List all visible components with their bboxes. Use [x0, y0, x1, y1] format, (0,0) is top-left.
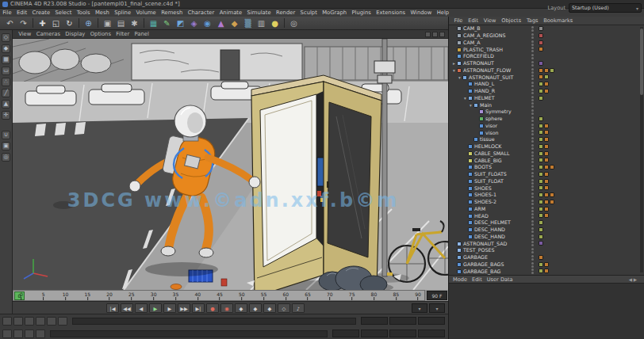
visibility-dots[interactable]: [531, 151, 534, 157]
visibility-dots[interactable]: [531, 109, 534, 115]
next-frame-button[interactable]: ▶: [163, 303, 176, 313]
menu-plugins[interactable]: Plugins: [349, 9, 374, 17]
menu-select[interactable]: Select: [52, 9, 74, 17]
object-row-cam-a[interactable]: CAM_A: [449, 40, 644, 47]
menu-file[interactable]: File: [0, 9, 14, 17]
object-row-desc-helmet[interactable]: DESC_HELMET: [449, 219, 644, 227]
object-row-cable-big[interactable]: CABLE_BIG: [449, 157, 644, 164]
menu-simulate[interactable]: Simulate: [244, 9, 273, 17]
phong-tag-icon[interactable]: [539, 213, 543, 218]
bottom-field[interactable]: [361, 317, 388, 325]
object-row-cam-a-regions[interactable]: CAM_A_REGIONS: [449, 32, 644, 40]
move-tool-icon[interactable]: ✚: [36, 17, 48, 29]
object-row-shoes-2[interactable]: SHOES-2: [449, 199, 644, 206]
visibility-dots[interactable]: [531, 158, 534, 163]
object-row-desc-hand[interactable]: DESC_HAND: [449, 234, 644, 241]
visibility-dots[interactable]: [531, 213, 534, 219]
menu-remesh[interactable]: Remesh: [159, 9, 186, 17]
object-row-garbage[interactable]: GARBAGE: [449, 254, 644, 261]
visibility-dots[interactable]: [531, 96, 534, 101]
add-light-icon[interactable]: ●: [269, 17, 281, 29]
visibility-dots[interactable]: [531, 116, 534, 122]
texture-tag-icon[interactable]: [550, 200, 554, 204]
view-toggle-icon[interactable]: [439, 32, 445, 37]
layout-dropdown[interactable]: Startup (Used) ▾: [569, 3, 642, 13]
am-tab-mode[interactable]: Mode: [453, 276, 467, 283]
object-row-helmlock[interactable]: HELMLOCK: [449, 143, 644, 150]
visibility-dots[interactable]: [531, 262, 534, 268]
object-row-head[interactable]: HEAD: [449, 212, 644, 219]
viewport-menu-options[interactable]: Options: [88, 30, 114, 38]
object-row-shoes[interactable]: SHOES: [449, 185, 644, 192]
object-row-visor[interactable]: visor: [449, 123, 644, 130]
bottom-toolbar-icon[interactable]: [36, 317, 45, 326]
visibility-dots[interactable]: [531, 40, 534, 46]
menu-spline[interactable]: Spline: [112, 9, 133, 17]
menu-character[interactable]: Character: [186, 9, 217, 17]
prev-key-button[interactable]: ◀◀: [121, 303, 133, 313]
expand-toggle-icon[interactable]: ▾: [451, 67, 457, 74]
visibility-dots[interactable]: [531, 47, 534, 52]
visibility-dots[interactable]: [531, 200, 534, 205]
bottom-field[interactable]: [389, 329, 416, 337]
phong-tag-icon[interactable]: [539, 269, 543, 273]
visibility-dots[interactable]: [531, 102, 534, 108]
object-row-cable-small[interactable]: CABLE_SMALL: [449, 150, 644, 158]
am-tab-user-data[interactable]: User Data: [487, 276, 513, 283]
bottom-toolbar-icon[interactable]: [13, 317, 23, 326]
visibility-dots[interactable]: [531, 255, 534, 261]
scrollbar-thumb[interactable]: [640, 29, 643, 95]
bottom-toolbar-icon[interactable]: [58, 317, 67, 326]
viewport-menu-panel[interactable]: Panel: [132, 30, 151, 38]
visibility-dots[interactable]: [531, 165, 534, 170]
key-scale-button[interactable]: ◆: [249, 303, 262, 313]
texture-tag-icon[interactable]: [544, 144, 549, 149]
menu-create[interactable]: Create: [29, 9, 52, 17]
phong-tag-icon[interactable]: [539, 89, 543, 93]
om-menu-objects[interactable]: Objects: [499, 17, 524, 25]
texture-tag-icon[interactable]: [544, 124, 549, 128]
model-mode-icon[interactable]: ◆: [2, 44, 10, 53]
visibility-dots[interactable]: [531, 82, 534, 87]
viewport-menu-view[interactable]: View: [16, 30, 34, 38]
menu-mesh[interactable]: Mesh: [93, 9, 112, 17]
texture-tag-icon[interactable]: [544, 165, 549, 170]
target-tag-icon[interactable]: [539, 33, 543, 38]
phong-tag-icon[interactable]: [539, 185, 543, 190]
xpresso-tag-icon[interactable]: [539, 61, 543, 66]
texture-tag-icon[interactable]: [544, 130, 549, 135]
record-keyframe-button[interactable]: ●: [206, 303, 219, 313]
texture-tag-icon[interactable]: [539, 47, 543, 51]
goto-start-button[interactable]: |◀: [106, 303, 119, 313]
om-menu-view[interactable]: View: [481, 17, 498, 25]
render-settings-icon[interactable]: ✱: [128, 17, 140, 29]
object-row-helmet[interactable]: ▾HELMET: [449, 95, 644, 102]
object-row-astronaut-sad[interactable]: ASTRONAUT_SAD: [449, 240, 644, 247]
om-menu-edit[interactable]: Edit: [466, 17, 481, 25]
phong-tag-icon[interactable]: [539, 130, 543, 135]
menu-volume[interactable]: Volume: [133, 9, 159, 17]
visibility-dots[interactable]: [531, 144, 534, 150]
object-row-forcefield[interactable]: FORCEFIELD: [449, 53, 644, 60]
visibility-dots[interactable]: [531, 68, 534, 74]
visibility-dots[interactable]: [531, 54, 534, 59]
phong-tag-icon[interactable]: [539, 220, 543, 225]
menu-extensions[interactable]: Extensions: [374, 9, 408, 17]
end-frame-field[interactable]: 90 F: [427, 291, 447, 300]
bottom-field[interactable]: [418, 329, 445, 337]
phong-tag-icon[interactable]: [539, 179, 543, 184]
om-menu-file[interactable]: File: [451, 17, 466, 25]
visibility-dots[interactable]: [531, 185, 534, 191]
render-view-icon[interactable]: ▣: [102, 17, 113, 29]
phong-tag-icon[interactable]: [539, 262, 543, 267]
am-tab-edit[interactable]: Edit: [472, 276, 482, 283]
phong-tag-icon[interactable]: [539, 82, 543, 86]
phong-tag-icon[interactable]: [539, 137, 543, 142]
texture-tag-icon[interactable]: [544, 172, 549, 177]
sound-toggle-button[interactable]: ♪: [292, 303, 305, 313]
phong-tag-icon[interactable]: [539, 158, 543, 162]
visibility-dots[interactable]: [531, 89, 534, 94]
visibility-dots[interactable]: [531, 124, 534, 129]
texture-tag-icon[interactable]: [539, 255, 543, 260]
object-row-hand-r[interactable]: HAND_R: [449, 88, 644, 95]
